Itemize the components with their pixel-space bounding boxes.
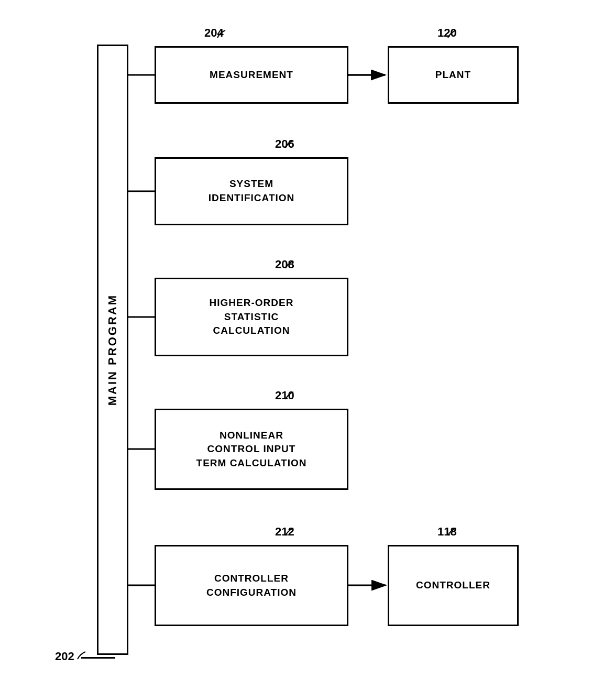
measurement-box: MEASUREMENT: [155, 46, 348, 104]
ref-120: 120: [437, 26, 457, 40]
ref-212: 212: [275, 525, 294, 539]
main-program-label: MAIN PROGRAM: [106, 294, 119, 406]
diagram-container: MAIN PROGRAM 202 MEASUREMENT 204 PLANT 1…: [0, 0, 592, 700]
system-identification-box: SYSTEM IDENTIFICATION: [155, 157, 348, 225]
controller-box: CONTROLLER: [388, 545, 519, 626]
ref-202: 202: [55, 650, 74, 663]
ref-206: 206: [275, 137, 294, 151]
controller-config-box: CONTROLLER CONFIGURATION: [155, 545, 348, 626]
ref-204: 204: [204, 26, 224, 40]
plant-box: PLANT: [388, 46, 519, 104]
main-program-bar: MAIN PROGRAM: [97, 45, 128, 655]
ref-118: 118: [437, 525, 457, 539]
nonlinear-box: NONLINEAR CONTROL INPUT TERM CALCULATION: [155, 409, 348, 490]
main-program-underline: [81, 657, 115, 659]
ref-210: 210: [275, 389, 294, 402]
ref-208: 208: [275, 258, 294, 271]
higher-order-box: HIGHER-ORDER STATISTIC CALCULATION: [155, 278, 348, 356]
